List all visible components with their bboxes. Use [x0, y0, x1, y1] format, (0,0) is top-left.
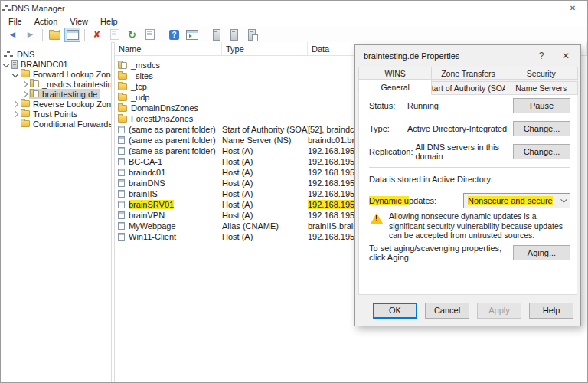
replication-label: Replication:: [369, 147, 413, 156]
record-icon: [118, 158, 125, 165]
dialog-close-icon[interactable]: ✕: [554, 47, 577, 64]
menu-help[interactable]: Help: [94, 17, 124, 26]
record-type: Start of Authority (SOA): [222, 125, 308, 134]
window-titlebar: DNS Manager ✕: [1, 1, 587, 15]
tree-item-label: _msdcs.braintesting.de: [42, 80, 112, 89]
tree-item-label: DNS: [17, 50, 34, 59]
dns-root-icon: [7, 51, 10, 53]
tree-item-forward-lookup-zones[interactable]: Forward Lookup Zones: [1, 69, 111, 79]
apply-button[interactable]: Apply: [477, 303, 521, 319]
refresh-button[interactable]: ↻: [124, 28, 140, 42]
tree-item-dns[interactable]: DNS: [1, 49, 111, 59]
forward-button[interactable]: ►: [22, 28, 38, 42]
zone-folder-icon: [30, 80, 39, 87]
menu-view[interactable]: View: [64, 17, 94, 26]
tree-item-braintesting-de[interactable]: braintesting.de: [1, 89, 111, 99]
server-copy-button[interactable]: [243, 28, 260, 42]
ok-button[interactable]: OK: [373, 303, 417, 319]
tree-item-braindc01[interactable]: BRAINDC01: [1, 59, 111, 69]
record-type: Host (A): [222, 189, 308, 198]
properties-icon: [110, 29, 119, 40]
column-header-name[interactable]: Name: [115, 42, 222, 55]
tab-zone-transfers[interactable]: Zone Transfers: [431, 67, 505, 80]
record-icon: [118, 233, 125, 241]
tab-start-of-authority-soa[interactable]: Start of Authority (SOA): [431, 81, 505, 95]
export-list-button[interactable]: [142, 28, 158, 42]
aging-button[interactable]: Aging...: [513, 245, 570, 260]
record-icon: [118, 136, 125, 144]
dns-manager-window: DNS Manager ✕ FileActionViewHelp ◄►✘↻? D…: [0, 0, 588, 383]
record-name: _udp: [131, 93, 149, 102]
record-icon: [118, 169, 125, 176]
delete-icon: ✘: [93, 29, 100, 40]
up-folder-button[interactable]: [47, 28, 63, 42]
expander-expanded-icon[interactable]: [11, 72, 19, 77]
restore-button[interactable]: [529, 1, 558, 15]
record-name: _msdcs: [131, 61, 160, 70]
tab-general[interactable]: General: [358, 80, 432, 95]
tab-name-servers[interactable]: Name Servers: [505, 81, 578, 95]
record-name: braindc01: [129, 168, 165, 177]
dialog-titlebar[interactable]: braintesting.de Properties ? ✕: [355, 45, 580, 67]
back-button[interactable]: ◄: [5, 28, 21, 42]
expander-collapsed-icon[interactable]: [11, 102, 19, 106]
record-name: brainIIS: [129, 189, 158, 198]
toolbar-separator: [204, 29, 204, 41]
warning-icon: [371, 213, 383, 224]
folder-icon: [118, 94, 127, 101]
expander-collapsed-icon[interactable]: [21, 82, 28, 87]
tree-item-label: BRAINDC01: [21, 60, 68, 69]
dialog-help-icon[interactable]: ?: [530, 47, 553, 64]
menu-action[interactable]: Action: [28, 17, 64, 26]
help-button[interactable]: ?: [166, 28, 182, 42]
tree-item-trust-points[interactable]: Trust Points: [1, 109, 111, 119]
toolbar: ◄►✘↻?: [1, 27, 587, 43]
properties-button[interactable]: [106, 28, 122, 42]
server-button[interactable]: [208, 28, 224, 42]
record-icon: [118, 147, 125, 155]
expander-collapsed-icon[interactable]: [11, 112, 19, 116]
tree-item-reverse-lookup-zones[interactable]: Reverse Lookup Zones: [1, 99, 111, 109]
minimize-button[interactable]: [500, 1, 529, 15]
aging-text: To set aging/scavenging properties, clic…: [369, 244, 513, 262]
pause-button[interactable]: Pause: [513, 98, 570, 113]
record-type: Host (A): [222, 232, 308, 241]
column-header-type[interactable]: Type: [222, 42, 308, 55]
restore-icon: [541, 5, 547, 11]
close-button[interactable]: ✕: [558, 1, 587, 15]
server-copy-icon: [248, 29, 256, 41]
dynamic-updates-value: Nonsecure and secure: [468, 196, 553, 205]
status-value: Running: [407, 101, 439, 110]
app-icon: [5, 5, 8, 7]
change-type-button[interactable]: Change...: [513, 121, 570, 136]
console-tree-panel: DNSBRAINDC01Forward Lookup Zones_msdcs.b…: [1, 42, 112, 382]
menu-file[interactable]: File: [2, 17, 28, 26]
general-tab-page: Status: Running Pause Type: Active Direc…: [358, 94, 577, 295]
folder-icon: [21, 120, 30, 127]
console-window-button[interactable]: [184, 28, 200, 42]
record-name: brainVPN: [129, 211, 165, 220]
cancel-button[interactable]: Cancel: [425, 303, 469, 319]
tab-wins[interactable]: WINS: [358, 67, 432, 80]
tab-security[interactable]: Security: [505, 67, 578, 80]
tree-item-label: Trust Points: [33, 110, 77, 119]
status-label: Status:: [369, 101, 407, 110]
delete-button[interactable]: ✘: [89, 28, 105, 42]
expander-collapsed-icon[interactable]: [21, 92, 28, 97]
type-value: Active Directory-Integrated: [407, 124, 507, 133]
tree-item-conditional-forwarders[interactable]: Conditional Forwarders: [1, 119, 111, 129]
folder-icon: [21, 110, 30, 117]
server-list-button[interactable]: [226, 28, 242, 42]
dynamic-updates-dropdown[interactable]: Nonsecure and secure: [463, 193, 570, 208]
console-tree-toggle-button[interactable]: [64, 28, 80, 42]
tree-item-msdcs-braintesting-de[interactable]: _msdcs.braintesting.de: [1, 79, 111, 89]
console-window-icon: [186, 30, 198, 40]
folder-icon: [118, 105, 127, 112]
up-folder-icon: [49, 31, 60, 40]
expander-expanded-icon[interactable]: [2, 62, 10, 67]
properties-dialog: braintesting.de Properties ? ✕ WINSZone …: [354, 44, 581, 326]
back-icon: ◄: [8, 29, 18, 40]
help-button[interactable]: Help: [529, 303, 573, 319]
record-icon: [118, 201, 125, 208]
change-replication-button[interactable]: Change...: [513, 144, 570, 159]
